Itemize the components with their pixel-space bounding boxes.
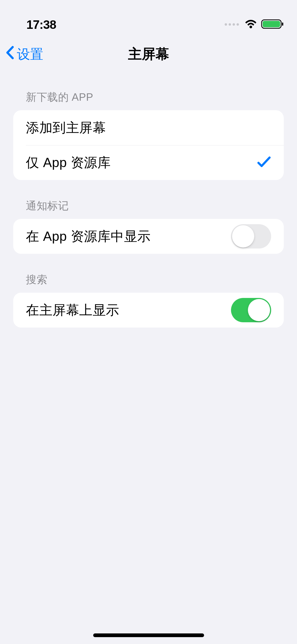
- section-new-downloads: 新下载的 APP 添加到主屏幕 仅 App 资源库: [0, 90, 297, 180]
- option-label: 仅 App 资源库: [26, 154, 111, 172]
- section-header-new-downloads: 新下载的 APP: [13, 90, 284, 110]
- section-header-search: 搜索: [13, 272, 284, 293]
- chevron-left-icon: [5, 45, 15, 63]
- section-search: 搜索 在主屏幕上显示: [0, 272, 297, 328]
- cell-group-new-downloads: 添加到主屏幕 仅 App 资源库: [13, 110, 284, 180]
- option-app-library-only[interactable]: 仅 App 资源库: [13, 145, 284, 180]
- toggle-knob: [248, 299, 270, 321]
- row-label: 在主屏幕上显示: [26, 301, 119, 319]
- cell-group-search: 在主屏幕上显示: [13, 293, 284, 328]
- toggle-knob: [232, 225, 254, 247]
- row-show-in-app-library: 在 App 资源库中显示: [13, 219, 284, 254]
- home-indicator[interactable]: [93, 633, 204, 637]
- row-show-on-home: 在主屏幕上显示: [13, 293, 284, 328]
- back-label: 设置: [17, 45, 43, 63]
- wifi-icon: [244, 19, 257, 30]
- option-add-to-home[interactable]: 添加到主屏幕: [13, 110, 284, 145]
- row-label: 在 App 资源库中显示: [26, 228, 151, 245]
- option-label: 添加到主屏幕: [26, 119, 106, 137]
- section-badges: 通知标记 在 App 资源库中显示: [0, 199, 297, 254]
- navigation-bar: 设置 主屏幕: [0, 37, 297, 71]
- toggle-show-on-home[interactable]: [231, 298, 271, 322]
- status-bar: 17:38: [0, 0, 297, 37]
- battery-icon: [261, 19, 284, 30]
- svg-rect-1: [263, 21, 280, 27]
- toggle-show-in-app-library[interactable]: [231, 224, 271, 249]
- cellular-dots-icon: [225, 23, 239, 26]
- status-right: [225, 19, 284, 30]
- svg-rect-2: [282, 22, 283, 26]
- checkmark-icon: [257, 155, 271, 170]
- cell-group-badges: 在 App 资源库中显示: [13, 219, 284, 254]
- back-button[interactable]: 设置: [5, 45, 43, 63]
- page-title: 主屏幕: [5, 45, 292, 63]
- status-time: 17:38: [26, 17, 56, 32]
- section-header-badges: 通知标记: [13, 199, 284, 219]
